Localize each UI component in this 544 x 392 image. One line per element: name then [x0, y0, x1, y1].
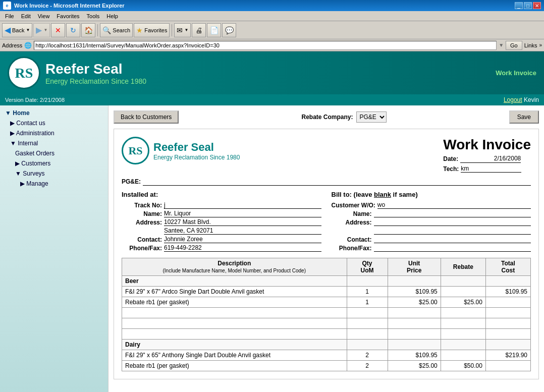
row-unit: $25.00: [388, 361, 441, 371]
links-arrow-icon: »: [539, 42, 542, 48]
top-bar: Back to Customers Rebate Company: PG&E S…: [114, 110, 539, 124]
edit-button[interactable]: 📄: [207, 23, 221, 37]
sidebar-item-internal[interactable]: ▼ Internal: [0, 138, 108, 148]
menu-help[interactable]: Help: [103, 13, 121, 20]
menu-view[interactable]: View: [35, 13, 53, 20]
bill-to-title: Bill to: (leave blank if same): [332, 191, 531, 198]
menu-tools[interactable]: Tools: [84, 13, 103, 20]
date-value: 2/16/2008: [460, 155, 521, 163]
print-button[interactable]: 🖨: [192, 23, 206, 37]
category-label: Dairy: [122, 340, 347, 350]
company-tagline: Energy Reclamation Since 1980: [45, 77, 146, 85]
home-button[interactable]: 🏠: [81, 23, 95, 37]
arrow-icon: ▼: [10, 140, 18, 147]
bill-city-row: [332, 227, 531, 235]
back-to-customers-button[interactable]: Back to Customers: [114, 110, 179, 124]
table-row: F&I 29" x 65" Anthony Single Dart Double…: [122, 350, 531, 361]
sidebar-label-internal: Internal: [18, 140, 38, 147]
menu-file[interactable]: File: [2, 13, 17, 20]
row-unit: $109.95: [388, 350, 441, 361]
sidebar-item-surveys[interactable]: ▼ Surveys: [0, 169, 108, 179]
go-button[interactable]: Go: [506, 41, 522, 50]
stop-button[interactable]: ✕: [51, 23, 65, 37]
pge-label: PG&E:: [122, 178, 141, 185]
menu-edit[interactable]: Edit: [18, 13, 34, 20]
sidebar-item-contactus[interactable]: ▶ Contact us: [0, 118, 108, 128]
sidebar-item-administration[interactable]: ▶ Administration: [0, 128, 108, 138]
menu-favorites[interactable]: Favorites: [53, 13, 82, 20]
logo-text: RS: [15, 65, 33, 81]
row-qty: 2: [347, 350, 388, 361]
pge-field[interactable]: [143, 178, 531, 186]
sidebar-label-customers: Customers: [21, 160, 50, 167]
address-value: 10227 Mast Blvd.: [164, 218, 321, 226]
address-row: Address: 10227 Mast Blvd.: [122, 218, 321, 226]
window-title: Work Invoice - Microsoft Internet Explor…: [14, 3, 125, 9]
sidebar: ▼ Home ▶ Contact us ▶ Administration ▼ I…: [0, 105, 108, 392]
links-button[interactable]: Links: [524, 42, 537, 48]
city-value: Santee, CA 92071: [164, 227, 321, 235]
date-row: Date: 2/16/2008: [443, 155, 531, 163]
mail-button[interactable]: ✉ ▼: [174, 23, 191, 37]
search-label: Search: [113, 27, 130, 33]
track-label: Track No:: [122, 202, 162, 209]
track-row: Track No: j: [122, 201, 321, 209]
table-header-row: Description (Include Manufacture Name, M…: [122, 258, 531, 276]
close-button[interactable]: ✕: [533, 2, 541, 9]
site-header: RS Reefer Seal Energy Reclamation Since …: [0, 51, 544, 94]
arrow-icon: ▼: [5, 109, 13, 117]
logout-link[interactable]: Logout: [504, 96, 522, 103]
home-icon: 🏠: [84, 26, 93, 34]
sidebar-item-manage[interactable]: ▶ Manage: [0, 179, 108, 189]
category-label: Beer: [122, 276, 347, 287]
bill-phone-row: Phone/Fax:: [332, 244, 531, 252]
discuss-button[interactable]: 💬: [222, 23, 236, 37]
col-header-qty: QtyUoM: [347, 258, 388, 276]
bill-address-value: [374, 218, 531, 226]
col-header-desc: Description (Include Manufacture Name, M…: [122, 258, 347, 276]
bill-contact-row: Contact:: [332, 236, 531, 243]
separator-2: [172, 24, 172, 36]
sidebar-label-contactus: Contact us: [16, 120, 45, 127]
logo-circle: RS: [8, 57, 40, 89]
restore-button[interactable]: □: [524, 2, 532, 9]
forward-button[interactable]: ▶ ▼: [33, 23, 50, 37]
row-total: $219.90: [485, 350, 530, 361]
refresh-button[interactable]: ↻: [66, 23, 80, 37]
sidebar-item-gasket-orders[interactable]: Gasket Orders: [0, 148, 108, 158]
sidebar-item-customers[interactable]: ▶ Customers: [0, 158, 108, 169]
table-row: Rebate rb1 (per gasket) 2 $25.00 $50.00: [122, 361, 531, 371]
arrow-icon: ▶: [10, 130, 16, 137]
minimize-button[interactable]: _: [515, 2, 523, 9]
address-bar: Address 🌐 ▼ Go Links »: [0, 39, 544, 51]
save-button[interactable]: Save: [509, 110, 539, 124]
tech-input[interactable]: [461, 165, 521, 173]
table-row: [122, 329, 531, 340]
search-button[interactable]: 🔍 Search: [100, 23, 133, 37]
invoice-logo: RS Reefer Seal Energy Reclamation Since …: [122, 137, 240, 164]
col-header-total: TotalCost: [485, 258, 530, 276]
table-row: Beer: [122, 276, 531, 287]
table-row: F&I 29" x 67" Ardco Single Dart Double A…: [122, 287, 531, 297]
address-input[interactable]: [34, 41, 497, 50]
main-content: Back to Customers Rebate Company: PG&E S…: [108, 105, 544, 392]
empty-cell: [122, 308, 347, 318]
edit-icon: 📄: [210, 26, 219, 34]
username-text: Kevin: [524, 96, 539, 103]
phone-label: Phone/Fax:: [122, 245, 162, 252]
phone-value: 619-449-2282: [164, 244, 321, 252]
row-desc: F&I 29" x 67" Ardco Single Dart Double A…: [122, 287, 347, 297]
bill-to-col: Bill to: (leave blank if same) Customer …: [332, 191, 531, 253]
dropdown-arrow[interactable]: ▼: [499, 42, 504, 48]
row-desc: Rebate rb1 (per gasket): [122, 361, 347, 371]
installed-at-col: Installed at: Track No: j Name: Mr. Liqu…: [122, 191, 321, 253]
rebate-company-select[interactable]: PG&E: [356, 111, 387, 123]
back-button[interactable]: ◀ Back ▼: [2, 23, 32, 37]
favorites-button[interactable]: ★ Favorites: [134, 23, 170, 37]
sidebar-item-home[interactable]: ▼ Home: [0, 108, 108, 118]
sidebar-label-home: Home: [13, 109, 29, 117]
title-bar: e Work Invoice - Microsoft Internet Expl…: [0, 0, 544, 11]
inv-company-name: Reefer Seal: [153, 141, 240, 154]
sidebar-label-gasket: Gasket Orders: [15, 150, 55, 157]
bill-name-label: Name:: [332, 210, 372, 217]
